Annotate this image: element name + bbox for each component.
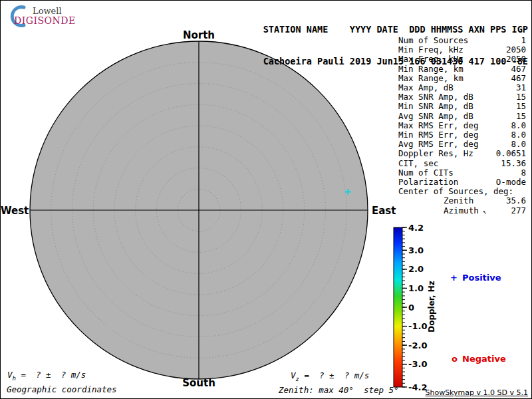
param-value: 467 bbox=[511, 74, 526, 83]
param-label: Min RMS Err, deg bbox=[398, 130, 478, 140]
param-row: Max Freq, kHz2050 bbox=[398, 55, 526, 64]
param-row: Num of Sources1 bbox=[398, 36, 526, 45]
param-label: Max Amp, dB bbox=[398, 83, 454, 92]
legend-negative-label: Negative bbox=[462, 354, 506, 364]
param-label: Polarization bbox=[398, 178, 458, 187]
param-label: Max Freq, kHz bbox=[398, 55, 464, 64]
horizontal-velocity-readout: Vh = ? ± ? m/s bbox=[7, 370, 86, 382]
colorbar-tick-label: -2.0 bbox=[408, 340, 427, 350]
param-row: Max Range, km467 bbox=[398, 74, 526, 83]
param-row: Min Range, km467 bbox=[398, 65, 526, 74]
param-row: Max Amp, dB31 bbox=[398, 83, 526, 92]
negative-marker-icon: o bbox=[452, 354, 458, 364]
param-value: 277 bbox=[511, 206, 526, 216]
param-label: Center of Sources, deg: bbox=[398, 187, 513, 196]
param-value: 15 bbox=[516, 102, 526, 111]
param-row: Avg SNR Amp, dB15 bbox=[398, 112, 526, 121]
param-label: CIT, sec bbox=[398, 159, 438, 168]
param-row: Max RMS Err, deg8.0 bbox=[398, 121, 526, 130]
compass-west-label: West bbox=[1, 205, 27, 217]
logo-lowell-text: Lowell bbox=[33, 6, 62, 16]
param-value: 8.0 bbox=[511, 140, 526, 149]
param-label: Num of Sources bbox=[398, 36, 468, 45]
param-value: 1 bbox=[521, 36, 526, 45]
legend-negative: oNegative bbox=[446, 344, 506, 364]
skymap-window: { "logo": { "name_top": "Lowell", "name_… bbox=[0, 0, 532, 399]
param-row: Center of Sources, deg: bbox=[398, 187, 526, 196]
colorbar-tick-label: 4.2 bbox=[408, 223, 424, 233]
param-label: Num of CITs bbox=[398, 168, 454, 178]
param-value: 15 bbox=[516, 92, 526, 102]
station-header-columns: STATION NAME YYYY DATE DDD HHMMSS AXN PP… bbox=[263, 24, 528, 35]
compass-east-label: East bbox=[372, 205, 396, 217]
param-value: 8.0 bbox=[511, 130, 526, 140]
param-row: Num of CITs8 bbox=[398, 168, 526, 178]
params-list: Num of Sources1Min Freq, kHz2050Max Freq… bbox=[398, 36, 526, 216]
param-value: 8 bbox=[521, 168, 526, 178]
colorbar-tick-label: 0 bbox=[408, 303, 414, 313]
param-value: 8.0 bbox=[511, 121, 526, 130]
digisonde-logo: Lowell DIGISONDE bbox=[6, 4, 69, 28]
vh-symbol: V bbox=[7, 370, 13, 380]
param-value: 2050 bbox=[506, 45, 526, 55]
param-value: 31 bbox=[516, 83, 526, 92]
positive-marker-icon: + bbox=[450, 273, 458, 283]
param-label: Azimuth ↖ bbox=[444, 206, 487, 216]
vertical-velocity-readout: Vz = ? ± ? m/s bbox=[291, 370, 369, 382]
param-row: Doppler Res, Hz0.0651 bbox=[398, 149, 526, 158]
version-label: ShowSkymap v 1.0 SD v 5.1 bbox=[425, 388, 528, 397]
compass-south-label: South bbox=[182, 377, 215, 389]
param-label: Min SNR Amp, dB bbox=[398, 102, 473, 111]
param-label: Min Freq, kHz bbox=[398, 45, 464, 55]
colorbar-tick-label: 2.0 bbox=[408, 264, 424, 274]
param-value: 467 bbox=[511, 65, 526, 74]
param-value: 2050 bbox=[506, 55, 526, 64]
azimuth-direction-icon: ↖ bbox=[478, 206, 487, 217]
colorbar-axis-label: Doppler, Hz bbox=[427, 281, 436, 332]
legend-positive: +Positive bbox=[444, 263, 501, 283]
param-row: Avg RMS Err, deg8.0 bbox=[398, 140, 526, 149]
compass-north-label: North bbox=[183, 29, 215, 41]
param-label: Avg SNR Amp, dB bbox=[398, 112, 473, 121]
vz-value: = ? ± ? m/s bbox=[299, 370, 369, 380]
param-row: PolarizationO-mode bbox=[398, 178, 526, 187]
param-value: 0.0651 bbox=[496, 149, 526, 158]
param-label: Doppler Res, Hz bbox=[398, 149, 473, 158]
colorbar-tick-label: -1.0 bbox=[408, 321, 427, 331]
param-label: Max RMS Err, deg bbox=[398, 121, 478, 130]
logo-digisonde-text: DIGISONDE bbox=[14, 15, 76, 26]
param-label: Max Range, km bbox=[398, 74, 464, 83]
param-row: Zenith35.6 bbox=[398, 196, 526, 205]
param-label: Min Range, km bbox=[398, 65, 464, 74]
param-value: O-mode bbox=[496, 178, 526, 187]
param-row: Min Freq, kHz2050 bbox=[398, 45, 526, 55]
vz-symbol: V bbox=[291, 370, 296, 380]
param-label: Zenith bbox=[444, 196, 473, 205]
param-value: 15 bbox=[516, 112, 526, 121]
param-row: Min SNR Amp, dB15 bbox=[398, 102, 526, 111]
param-label: Avg RMS Err, deg bbox=[398, 140, 478, 149]
param-row: Azimuth ↖277 bbox=[398, 206, 526, 216]
legend-positive-label: Positive bbox=[462, 273, 501, 283]
param-row: Max SNR Amp, dB15 bbox=[398, 92, 526, 102]
param-row: CIT, sec15.36 bbox=[398, 159, 526, 168]
colorbar-gradient bbox=[394, 227, 402, 387]
colorbar-tick-label: 1.0 bbox=[408, 283, 424, 293]
vh-value: = ? ± ? m/s bbox=[16, 370, 86, 380]
colorbar-tick-label: 3.0 bbox=[408, 245, 424, 255]
coordinates-note: Geographic coordinates bbox=[7, 384, 117, 394]
zenith-range-note: Zenith: max 40° step 5° bbox=[279, 385, 399, 395]
param-label: Max SNR Amp, dB bbox=[398, 92, 473, 102]
param-value: 35.6 bbox=[506, 196, 526, 205]
colorbar-tick-label: -3.0 bbox=[408, 359, 427, 369]
param-value: 15.36 bbox=[501, 159, 526, 168]
colorbar-tick-label: -4.2 bbox=[408, 382, 427, 392]
param-row: Min RMS Err, deg8.0 bbox=[398, 130, 526, 140]
